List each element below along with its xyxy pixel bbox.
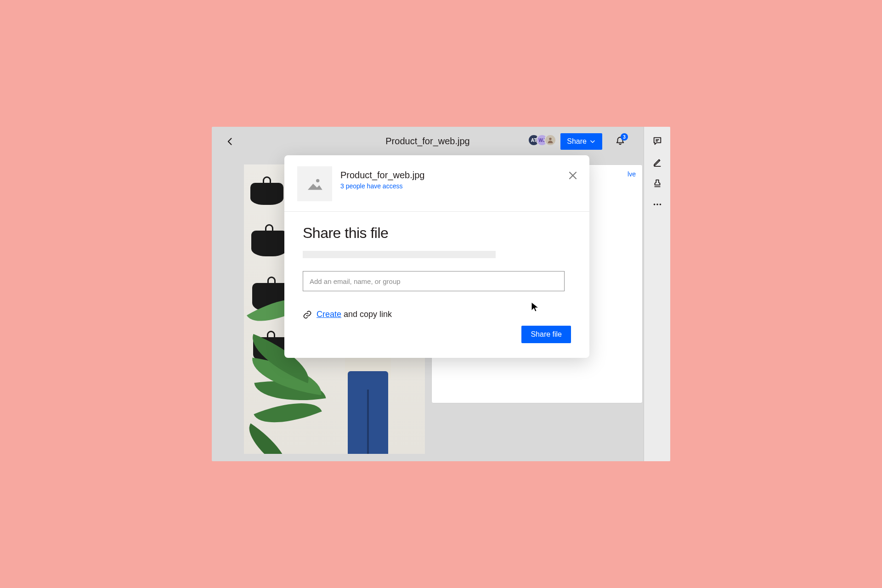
modal-header: Product_for_web.jpg 3 people have access	[284, 155, 589, 212]
svg-point-4	[653, 204, 655, 205]
chevron-down-icon	[589, 138, 596, 145]
copy-link-suffix: and copy link	[341, 310, 392, 319]
person-photo-icon	[547, 136, 554, 144]
access-link[interactable]: 3 people have access	[340, 182, 424, 190]
svg-point-6	[659, 204, 661, 205]
bag-graphic	[251, 231, 287, 256]
pencil-icon	[652, 157, 662, 167]
comment-icon	[652, 136, 662, 146]
svg-point-7	[316, 179, 319, 182]
notification-badge: 3	[621, 133, 628, 141]
back-button[interactable]	[226, 137, 235, 146]
link-icon	[303, 310, 312, 319]
avatar-stack[interactable]: AT WJ	[531, 134, 556, 146]
modal-title: Share this file	[303, 225, 571, 242]
svg-point-5	[656, 204, 658, 205]
app-frame: Product_for_web.jpg AT WJ Share 3	[212, 127, 670, 461]
create-link[interactable]: Create	[317, 310, 341, 319]
image-icon	[305, 175, 324, 193]
recipient-input[interactable]	[303, 271, 565, 291]
close-icon	[567, 170, 578, 181]
stamp-icon	[652, 178, 662, 188]
notifications-button[interactable]: 3	[615, 136, 625, 148]
resolve-link[interactable]: lve	[628, 170, 636, 178]
topbar: Product_for_web.jpg AT WJ Share 3	[212, 127, 644, 156]
file-meta: Product_for_web.jpg 3 people have access	[340, 166, 424, 190]
create-link-row: Create and copy link	[303, 310, 571, 319]
share-file-button[interactable]: Share file	[521, 326, 571, 343]
chevron-left-icon	[226, 137, 235, 146]
modal-footer: Share file	[303, 319, 571, 343]
comments-button[interactable]	[652, 136, 662, 146]
stamp-button[interactable]	[652, 178, 662, 188]
more-button[interactable]	[652, 199, 662, 209]
modal-filename: Product_for_web.jpg	[340, 170, 424, 181]
more-horizontal-icon	[652, 199, 662, 209]
share-modal: Product_for_web.jpg 3 people have access…	[284, 155, 589, 358]
edit-button[interactable]	[652, 157, 662, 167]
share-button-label: Share	[567, 137, 587, 146]
avatar[interactable]	[544, 134, 556, 146]
svg-point-0	[549, 138, 551, 140]
modal-body: Share this file Create and copy link Sha…	[284, 212, 589, 358]
file-thumbnail	[297, 166, 332, 201]
share-button[interactable]: Share	[560, 133, 602, 150]
loading-placeholder	[303, 251, 496, 258]
bag-graphic	[250, 183, 283, 205]
right-rail	[644, 127, 670, 461]
close-button[interactable]	[567, 170, 578, 183]
